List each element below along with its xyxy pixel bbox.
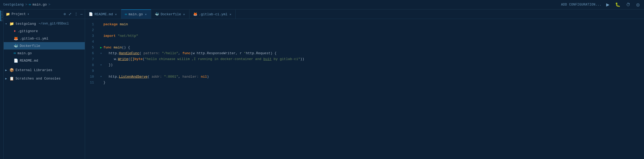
tree-expand-scratches: ▶ <box>5 77 8 80</box>
tree-item-external-libs[interactable]: ▶ 📦 External Libraries <box>4 66 85 74</box>
tab-dockerfile-label: Dockerfile <box>161 12 181 16</box>
file-tree-panel: 📁 Project ▾ ⊙ ⤢ ⋮ — ▾ 📁 testgolang ~/svn… <box>4 9 85 159</box>
tree-item-scratches[interactable]: ▶ 📋 Scratches and Consoles <box>4 75 85 82</box>
code-line-10: ▾ http.ListenAndServe( addr: ":8001", ha… <box>99 74 644 80</box>
run-button[interactable]: ▶ <box>605 2 610 8</box>
code-text-6: http.HandleFunc( pattern: "/hello", func… <box>103 51 644 56</box>
code-line-7: w.Write([]byte("hello chinaase willim ,I… <box>99 56 644 62</box>
tab-dockerfile-close[interactable]: ✕ <box>183 12 186 16</box>
code-line-1: package main <box>99 22 644 27</box>
breadcrumb-sep2: > <box>48 3 50 7</box>
tab-dockerfile[interactable]: 🐳 Dockerfile ✕ <box>151 10 189 19</box>
top-bar: testgolang > ∞ main.go > ADD CONFIGURATI… <box>0 0 644 9</box>
line-numbers: 1 2 3 4 5 6 7 8 9 10 11 <box>85 19 97 159</box>
project-label-tree: Project <box>12 12 26 16</box>
scratches-label: Scratches and Consoles <box>15 77 61 81</box>
file-tree-header-icons: ⊙ ⤢ ⋮ — <box>64 12 83 16</box>
tab-readme-label: README.md <box>94 12 113 16</box>
gitlab-ci-label: .gitlab-ci.yml <box>20 37 48 41</box>
go-file-icon: ∞ <box>14 51 16 55</box>
code-content[interactable]: package main import "net/http" <box>97 19 644 159</box>
code-line-3: import "net/http" <box>99 33 644 39</box>
tab-gitlab-ci[interactable]: 🦊 .gitlab-ci.yml ✕ <box>189 10 236 19</box>
tree-item-dockerfile[interactable]: 🐳 Dockerfile <box>4 42 85 49</box>
tree-item-gitlab-ci[interactable]: 🦊 .gitlab-ci.yml <box>4 35 85 42</box>
code-line-8: ▾ }) <box>99 62 644 68</box>
coverage-button[interactable]: ◎ <box>635 2 641 8</box>
fold-8[interactable]: ▾ <box>99 63 103 68</box>
readme-icon: 📄 <box>14 58 18 63</box>
tab-readme-icon: 📄 <box>89 12 93 16</box>
code-text-11: } <box>103 80 644 86</box>
gitlab-icon: 🦊 <box>14 36 18 41</box>
tree-root[interactable]: ▾ 📁 testgolang ~/svn_git/05Docl <box>4 20 85 27</box>
tree-item-main-go[interactable]: ∞ main.go <box>4 49 85 57</box>
tab-dockerfile-icon: 🐳 <box>155 12 159 16</box>
tab-readme-close[interactable]: ✕ <box>114 12 117 16</box>
project-label: Project <box>1 10 3 21</box>
main-go-label: main.go <box>17 51 32 55</box>
debug-button[interactable]: 🐛 <box>614 2 621 8</box>
breadcrumb: testgolang > ∞ main.go > <box>3 3 50 7</box>
gitignore-icon: ♦ <box>14 29 16 33</box>
code-line-11: } <box>99 80 644 86</box>
tab-gitlab-ci-label: .gitlab-ci.yml <box>199 12 228 16</box>
tab-main-go-icon: ∞ <box>125 12 127 16</box>
layout-icon[interactable]: ⤢ <box>68 12 72 16</box>
code-line-5: ▶ func main() { <box>99 45 644 51</box>
main-layout: Project 📁 Project ▾ ⊙ ⤢ ⋮ — ▾ 📁 testgola… <box>0 9 644 159</box>
code-text-7: w.Write([]byte("hello chinaase willim ,I… <box>103 56 644 62</box>
tree-expand-ext: ▶ <box>5 68 8 72</box>
fold-5[interactable]: ▶ <box>99 45 103 50</box>
tab-main-go[interactable]: ∞ main.go ✕ <box>121 9 151 19</box>
file-tree-title: 📁 Project ▾ <box>6 12 61 16</box>
code-text-8: }) <box>103 62 644 68</box>
tab-main-go-close[interactable]: ✕ <box>144 12 147 16</box>
code-line-6: ▾ http.HandleFunc( pattern: "/hello", fu… <box>99 51 644 56</box>
tree-item-readme[interactable]: 📄 README.md <box>4 57 85 64</box>
top-bar-actions: ADD CONFIGURATION... ▶ 🐛 ⏱ ◎ <box>561 2 641 8</box>
code-text-3: import "net/http" <box>103 33 644 39</box>
ext-libs-icon: 📦 <box>9 68 14 72</box>
root-name: testgolang <box>15 22 36 26</box>
folder-icon: 📁 <box>6 12 10 16</box>
file-tree-content: ▾ 📁 testgolang ~/svn_git/05Docl ♦ .gitig… <box>4 19 85 159</box>
code-line-2 <box>99 27 644 33</box>
code-text-1: package main <box>103 22 644 27</box>
dockerfile-label: Dockerfile <box>20 44 40 48</box>
tree-expand-root: ▾ <box>5 22 8 26</box>
code-editor[interactable]: 1 2 3 4 5 6 7 8 9 10 11 package main <box>85 19 644 159</box>
fold-6[interactable]: ▾ <box>99 51 103 56</box>
root-path: ~/svn_git/05Docl <box>39 22 69 26</box>
side-icon-project[interactable]: Project <box>0 11 3 21</box>
readme-label: README.md <box>20 59 38 63</box>
root-folder-icon: 📁 <box>9 22 14 26</box>
minimize-icon[interactable]: — <box>81 12 83 16</box>
breadcrumb-sep1: > <box>25 3 27 7</box>
breadcrumb-file: main.go <box>33 3 47 7</box>
file-tree-header: 📁 Project ▾ ⊙ ⤢ ⋮ — <box>4 9 85 19</box>
code-text-5: func main() { <box>103 45 644 51</box>
target-icon[interactable]: ⊙ <box>64 12 66 16</box>
go-icon-breadcrumb: ∞ <box>29 3 31 7</box>
add-configuration-button[interactable]: ADD CONFIGURATION... <box>561 3 601 7</box>
tree-item-gitignore[interactable]: ♦ .gitignore <box>4 27 85 35</box>
profile-button[interactable]: ⏱ <box>625 2 631 8</box>
code-text-10: http.ListenAndServe( addr: ":8001", hand… <box>103 74 644 80</box>
tab-gitlab-ci-close[interactable]: ✕ <box>229 12 232 16</box>
docker-icon: 🐳 <box>14 44 18 48</box>
gitignore-label: .gitignore <box>17 29 38 33</box>
code-line-4 <box>99 39 644 45</box>
side-icons-panel: Project <box>0 9 4 159</box>
chevron-down-icon: ▾ <box>28 12 29 16</box>
project-name: testgolang <box>3 3 24 7</box>
tab-gitlab-ci-icon: 🦊 <box>193 12 197 16</box>
external-libraries-label: External Libraries <box>15 68 52 72</box>
fold-10[interactable]: ▾ <box>99 74 103 79</box>
scratches-icon: 📋 <box>9 76 14 81</box>
tab-main-go-label: main.go <box>129 12 143 16</box>
editor-area: 📄 README.md ✕ ∞ main.go ✕ 🐳 Dockerfile ✕… <box>85 9 644 159</box>
tabs-bar: 📄 README.md ✕ ∞ main.go ✕ 🐳 Dockerfile ✕… <box>85 9 644 19</box>
more-options-icon[interactable]: ⋮ <box>74 12 78 16</box>
tab-readme[interactable]: 📄 README.md ✕ <box>85 10 121 19</box>
